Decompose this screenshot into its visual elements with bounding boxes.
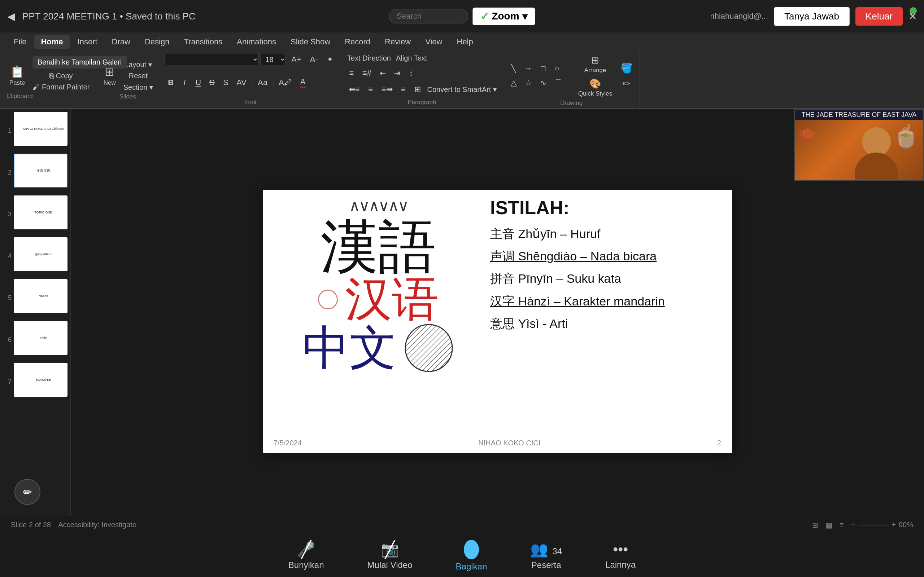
convert-smartart-button[interactable]: Convert to SmartArt ▾ bbox=[426, 84, 498, 95]
zoom-slider[interactable]: ────── bbox=[858, 521, 888, 529]
shape-star-button[interactable]: ☆ bbox=[522, 76, 535, 90]
slide-thumb-wrapper-5: 5circles bbox=[3, 279, 68, 317]
decrease-indent-button[interactable]: ⇤ bbox=[376, 67, 389, 79]
bagikan-button[interactable]: ⬆ Bagikan bbox=[434, 535, 509, 576]
menu-item-draw[interactable]: Draw bbox=[105, 35, 137, 49]
copy-button[interactable]: ⎘ Copy bbox=[31, 71, 91, 81]
slide-canvas-2: 漢語 汉语 bbox=[15, 154, 68, 187]
zoom-out-button[interactable]: − bbox=[851, 521, 855, 529]
bullets-button[interactable]: ≡ bbox=[346, 67, 358, 79]
slides-label: Slides bbox=[120, 93, 136, 100]
menu-item-home[interactable]: Home bbox=[34, 35, 69, 49]
menu-item-review[interactable]: Review bbox=[378, 35, 417, 49]
align-center-button[interactable]: ≡ bbox=[365, 83, 377, 95]
justify-button[interactable]: ≡ bbox=[397, 83, 410, 95]
section-button[interactable]: Section ▾ bbox=[122, 82, 155, 92]
slide-thumb-4[interactable]: grid pattern bbox=[14, 237, 68, 271]
view-grid-icon[interactable]: ▦ bbox=[825, 521, 832, 529]
increase-font-button[interactable]: A+ bbox=[288, 53, 305, 66]
outline-button[interactable]: ✏ bbox=[618, 77, 635, 91]
bold-button[interactable]: B bbox=[165, 76, 177, 89]
italic-button[interactable]: I bbox=[178, 76, 191, 89]
menu-item-slide show[interactable]: Slide Show bbox=[284, 35, 337, 49]
slide-thumb-2[interactable]: 漢語 汉语 bbox=[14, 154, 68, 187]
search-input[interactable] bbox=[389, 9, 468, 23]
strikethrough-button[interactable]: S bbox=[206, 76, 218, 89]
layout-button[interactable]: Layout ▾ bbox=[122, 60, 155, 69]
decrease-font-button[interactable]: A- bbox=[307, 53, 321, 66]
shape-rect-button[interactable]: □ bbox=[537, 62, 549, 75]
bunyikan-button[interactable]: 🎤╱ Bunyikan bbox=[267, 537, 346, 574]
keluar-button[interactable]: Keluar bbox=[855, 7, 903, 26]
underline-button[interactable]: U bbox=[192, 76, 204, 89]
pen-tool-button[interactable]: ✏ bbox=[15, 479, 40, 505]
ribbon: 📋 Paste ✂ Cut ⎘ Copy 🖌 Format Painter Cl… bbox=[0, 51, 924, 109]
menu-item-file[interactable]: File bbox=[7, 35, 33, 49]
slide-thumb-6[interactable]: table bbox=[14, 321, 68, 355]
shadow-button[interactable]: S bbox=[220, 76, 232, 89]
menu-item-view[interactable]: View bbox=[419, 35, 449, 49]
font-color-button[interactable]: A bbox=[297, 76, 309, 89]
align-right-button[interactable]: ≡➡ bbox=[378, 83, 396, 95]
shape-curve-button[interactable]: ∿ bbox=[537, 76, 550, 90]
tanya-jawab-button[interactable]: Tanya Jawab bbox=[774, 7, 850, 26]
arrange-button[interactable]: ⊞ Arrange bbox=[575, 53, 615, 76]
columns-button[interactable]: ⊞ bbox=[411, 83, 424, 95]
term-row-2: 声调 Shēngdiào – Nada bicara bbox=[490, 248, 721, 264]
shape-circle-button[interactable]: ○ bbox=[551, 62, 563, 75]
slide-canvas-7: EXAMPLE bbox=[15, 364, 68, 396]
new-slide-button[interactable]: ⊞ New bbox=[101, 63, 119, 88]
slide-thumb-wrapper-3: 3TOPIC ONE bbox=[3, 195, 68, 233]
view-reading-icon[interactable]: ≡ bbox=[840, 521, 844, 529]
slide-thumb-1[interactable]: NIHAO KOKO CICI Chinese bbox=[14, 112, 68, 146]
view-normal-icon[interactable]: ⊞ bbox=[812, 521, 818, 529]
slide-canvas-4: grid pattern bbox=[15, 238, 68, 271]
menu-item-insert[interactable]: Insert bbox=[71, 35, 104, 49]
shape-arrow-button[interactable]: → bbox=[521, 62, 536, 75]
highlight-button[interactable]: A🖊 bbox=[275, 76, 295, 89]
format-painter-button[interactable]: 🖌 Format Painter bbox=[31, 82, 91, 92]
file-title: PPT 2024 MEETING 1 • Saved to this PC bbox=[23, 11, 195, 22]
mulai-video-button[interactable]: 📷╱ Mulai Video bbox=[346, 537, 434, 574]
fill-button[interactable]: 🪣 bbox=[618, 61, 635, 76]
peserta-button[interactable]: 👥 34 Peserta bbox=[509, 537, 584, 574]
status-indicator bbox=[909, 7, 917, 15]
align-left-button[interactable]: ⬅≡ bbox=[346, 83, 363, 95]
line-spacing-button[interactable]: ↕ bbox=[405, 67, 417, 79]
zoom-in-button[interactable]: + bbox=[892, 521, 896, 529]
font-size-select[interactable]: 18 bbox=[261, 54, 286, 65]
menu-item-design[interactable]: Design bbox=[138, 35, 176, 49]
slide-thumb-wrapper-4: 4grid pattern bbox=[3, 237, 68, 275]
clear-format-button[interactable]: ✦ bbox=[323, 53, 336, 66]
mulai-video-label: Mulai Video bbox=[367, 560, 412, 570]
paste-button[interactable]: 📋 Paste bbox=[6, 63, 28, 88]
char-spacing-button[interactable]: AV bbox=[233, 76, 250, 89]
slide-thumb-3[interactable]: TOPIC ONE bbox=[14, 195, 68, 229]
zoom-button[interactable]: ✓ Zoom ▾ bbox=[472, 8, 535, 25]
bagikan-label: Bagikan bbox=[456, 561, 487, 572]
reset-button[interactable]: Reset bbox=[122, 71, 155, 81]
menu-item-transitions[interactable]: Transitions bbox=[177, 35, 229, 49]
quick-styles-button[interactable]: 🎨 Quick Styles bbox=[575, 77, 615, 99]
menu-item-record[interactable]: Record bbox=[338, 35, 377, 49]
lainnya-button[interactable]: ••• Lainnya bbox=[584, 537, 657, 574]
text-direction-button[interactable]: Text Direction bbox=[346, 53, 393, 63]
slide-thumb-5[interactable]: circles bbox=[14, 279, 68, 313]
menu-item-animations[interactable]: Animations bbox=[230, 35, 283, 49]
align-text-button[interactable]: Align Text bbox=[394, 53, 429, 63]
title-center: ✓ Zoom ▾ bbox=[389, 8, 535, 25]
increase-indent-button[interactable]: ⇥ bbox=[391, 67, 404, 79]
shape-connector-button[interactable]: ⌒ bbox=[551, 76, 565, 90]
cut-button[interactable]: ✂ Cut bbox=[31, 60, 91, 69]
slide-num-3: 3 bbox=[3, 211, 11, 218]
shape-line-button[interactable]: ╲ bbox=[507, 62, 520, 75]
menu-item-help[interactable]: Help bbox=[451, 35, 480, 49]
font-family-select[interactable] bbox=[165, 54, 258, 65]
clipboard-label: Clipboard bbox=[6, 93, 33, 100]
shape-triangle-button[interactable]: △ bbox=[507, 76, 520, 90]
numbered-button[interactable]: ≡# bbox=[359, 67, 375, 79]
slide-thumb-7[interactable]: EXAMPLE bbox=[14, 363, 68, 397]
back-button[interactable]: ◀ bbox=[7, 10, 15, 23]
font-group: 18 A+ A- ✦ B I U S S AV | Aa | A🖊 A Font bbox=[160, 51, 341, 108]
change-case-button[interactable]: Aa bbox=[254, 76, 271, 89]
